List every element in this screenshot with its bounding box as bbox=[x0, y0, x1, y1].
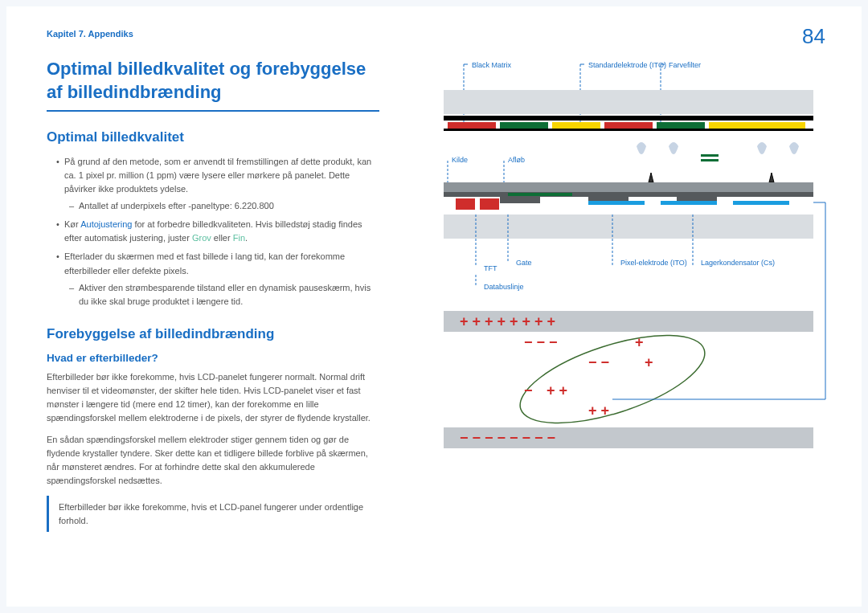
label-drain: Afløb bbox=[508, 156, 525, 164]
section-optimal-heading: Optimal billedkvalitet bbox=[47, 129, 379, 145]
svg-rect-10 bbox=[552, 122, 600, 129]
sub-bullet-subpixels: Antallet af underpixels efter -paneltype… bbox=[69, 199, 379, 213]
svg-text:+  +  +  +  +  +  +  +: + + + + + + + + bbox=[460, 313, 555, 329]
svg-rect-11 bbox=[604, 122, 653, 129]
svg-rect-9 bbox=[500, 122, 548, 129]
subsection-what-is-heading: Hvad er efterbilleder? bbox=[47, 352, 379, 364]
svg-rect-18 bbox=[701, 159, 719, 161]
note-box: Efterbilleder bør ikke forekomme, hvis e… bbox=[47, 496, 379, 532]
paragraph-prevention-2: En sådan spændingsforskel mellem elektro… bbox=[47, 433, 379, 488]
svg-text:+: + bbox=[645, 354, 653, 370]
bullet-afterimage: Efterlader du skærmen med et fast billed… bbox=[56, 250, 379, 308]
breadcrumb: Kapitel 7. Appendiks bbox=[47, 29, 829, 39]
link-autojustering[interactable]: Autojustering bbox=[80, 219, 132, 229]
left-column: Optimal billedkvalitet og forebyggelse a… bbox=[47, 58, 379, 532]
svg-rect-21 bbox=[480, 198, 499, 210]
optimal-bullet-list: På grund af den metode, som er anvendt t… bbox=[47, 155, 379, 308]
label-storage-capacitor: Lagerkondensator (Cs) bbox=[701, 259, 775, 267]
svg-rect-25 bbox=[733, 201, 789, 205]
svg-text:− − −: − − − bbox=[524, 334, 558, 350]
svg-text:−: − bbox=[524, 382, 533, 398]
content-columns: Optimal billedkvalitet og forebyggelse a… bbox=[47, 58, 829, 532]
svg-rect-12 bbox=[657, 122, 705, 129]
manual-page: Kapitel 7. Appendiks 84 Optimal billedkv… bbox=[6, 6, 862, 607]
label-tft: TFT bbox=[484, 264, 497, 272]
svg-rect-19 bbox=[444, 182, 813, 192]
svg-rect-7 bbox=[444, 116, 813, 121]
svg-text:−  −  −  −  −  −  −  −: − − − − − − − − bbox=[460, 430, 555, 446]
svg-rect-24 bbox=[661, 201, 717, 205]
bullet-auto-adjust: Kør Autojustering for at forbedre billed… bbox=[56, 218, 379, 245]
svg-text:+: + bbox=[635, 334, 644, 350]
label-databus: Databuslinje bbox=[484, 283, 524, 291]
link-grov[interactable]: Grov bbox=[192, 233, 211, 243]
label-source: Kilde bbox=[452, 156, 468, 164]
right-column: Black Matrix Standardelektrode (ITO) Far… bbox=[428, 58, 829, 532]
section-prevention-heading: Forebyggelse af billedindbrænding bbox=[47, 326, 379, 342]
svg-rect-23 bbox=[588, 201, 645, 205]
svg-rect-22 bbox=[508, 193, 572, 196]
label-gate: Gate bbox=[516, 259, 532, 267]
sub-bullet-powersave: Aktiver den strømbesparende tilstand ell… bbox=[69, 281, 379, 309]
svg-rect-13 bbox=[709, 122, 805, 129]
label-color-filter: Farvefilter bbox=[669, 61, 701, 69]
svg-text:− −: − − bbox=[588, 354, 609, 370]
bullet-pixel-ppm: På grund af den metode, som er anvendt t… bbox=[56, 155, 379, 213]
label-pixel-electrode: Pixel-elektrode (ITO) bbox=[620, 259, 687, 267]
label-black-matrix: Black Matrix bbox=[472, 61, 512, 69]
svg-rect-8 bbox=[448, 122, 496, 129]
page-number: 84 bbox=[802, 24, 825, 49]
svg-text:+  +: + + bbox=[588, 403, 609, 419]
svg-text:+ +: + + bbox=[547, 382, 567, 398]
svg-rect-20 bbox=[456, 198, 475, 210]
lcd-cross-section-diagram: Black Matrix Standardelektrode (ITO) Far… bbox=[428, 58, 829, 460]
svg-rect-26 bbox=[444, 215, 813, 239]
svg-rect-6 bbox=[444, 90, 813, 114]
page-title: Optimal billedkvalitet og forebyggelse a… bbox=[47, 58, 379, 112]
link-fin[interactable]: Fin bbox=[233, 233, 245, 243]
svg-rect-14 bbox=[444, 129, 813, 131]
label-standard-electrode: Standardelektrode (ITO) bbox=[588, 61, 666, 69]
paragraph-prevention-1: Efterbilleder bør ikke forekomme, hvis L… bbox=[47, 370, 379, 425]
svg-rect-17 bbox=[701, 154, 719, 157]
